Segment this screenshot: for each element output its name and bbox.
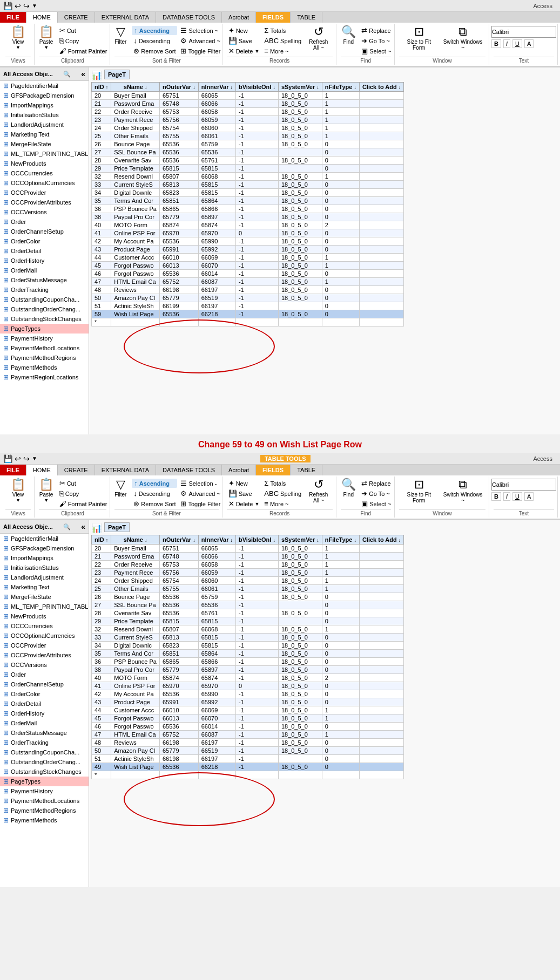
table-row[interactable]: 43Product Page6599165992-118_0_5_00 xyxy=(92,246,404,254)
sidebar-item[interactable]: ⊞OCCOptionalCurrencies xyxy=(0,631,89,641)
tab-fields[interactable]: FIELDS xyxy=(256,12,291,23)
col-bvisible-b[interactable]: bVisibleOnl ↓ xyxy=(236,535,279,545)
sidebar-item[interactable]: ⊞PageTypes xyxy=(0,777,89,786)
paste-button[interactable]: 📋 Paste ▼ xyxy=(37,25,56,51)
replace-button[interactable]: ⇄ Replace xyxy=(360,26,393,35)
col-nfiletype[interactable]: nFileType ↓ xyxy=(322,83,359,92)
sidebar-item[interactable]: ⊞OrderMail xyxy=(0,266,89,275)
sidebar-item[interactable]: ⊞ImportMappings xyxy=(0,100,89,110)
spelling-button-b[interactable]: ABCSpelling xyxy=(262,489,303,498)
table-row[interactable]: 28Overwrite Sav6553665761-118_0_5_00 xyxy=(92,609,404,617)
table-row[interactable]: 46Forgot Passwo6553666014-118_0_5_00 xyxy=(92,270,404,278)
table-row[interactable]: 38Paypal Pro Cor6577965897-118_0_5_00 xyxy=(92,213,404,221)
view-button[interactable]: 📋 View ▼ xyxy=(9,25,28,51)
sidebar-item[interactable]: ⊞OrderColor xyxy=(0,689,89,699)
ascending-button-b[interactable]: ↑Ascending xyxy=(132,479,177,488)
sidebar-item[interactable]: ⊞Order xyxy=(0,670,89,679)
remove-sort-button-b[interactable]: ⊗Remove Sort xyxy=(132,499,177,508)
sidebar-expand-icon-b[interactable]: « xyxy=(81,522,85,531)
sidebar-item[interactable]: ⊞LandlordAdjustment xyxy=(0,120,89,130)
sidebar-item[interactable]: ⊞PaymentMethodRegions xyxy=(0,353,89,363)
table-row[interactable]: 29Price Template6581565815-10 xyxy=(92,617,404,625)
new-button-b[interactable]: ✦New xyxy=(227,479,261,488)
table-row[interactable]: 25Other Emails6575566061-118_0_5_01 xyxy=(92,132,404,140)
table-row[interactable]: 33Current StyleS6581365815-118_0_5_00 xyxy=(92,634,404,642)
table-row[interactable]: 46Forgot Passwo6553666014-118_0_5_00 xyxy=(92,723,404,731)
table-row[interactable]: 27SSL Bounce Pa6553665536-10 xyxy=(92,601,404,609)
table-row[interactable]: 50Amazon Pay Cl6577966519-118_0_5_00 xyxy=(92,747,404,755)
view-button-b[interactable]: 📋 View ▼ xyxy=(9,478,28,504)
sidebar-item[interactable]: ⊞PaymentMethodLocations xyxy=(0,796,89,806)
col-click-to-add-b[interactable]: Click to Add ↓ xyxy=(359,535,403,545)
sidebar-item[interactable]: ⊞OrderColor xyxy=(0,236,89,246)
table-row[interactable]: 23Payment Rece6575666059-118_0_5_01 xyxy=(92,116,404,124)
save-rec-button[interactable]: 💾 Save xyxy=(227,36,261,45)
customize-icon[interactable]: ▼ xyxy=(32,3,37,9)
find-button[interactable]: 🔍 Find xyxy=(339,25,358,46)
underline-button[interactable]: U xyxy=(512,39,522,48)
bold-button-b[interactable]: B xyxy=(491,492,501,501)
sidebar-item[interactable]: ⊞OrderStatusMessage xyxy=(0,275,89,285)
sidebar-item[interactable]: ⊞LandlordAdjustment xyxy=(0,573,89,582)
table-row[interactable]: 26Bounce Page6553665759-118_0_5_00 xyxy=(92,593,404,601)
table-row[interactable]: 47HTML Email Ca6575266087-118_0_5_01 xyxy=(92,278,404,286)
col-ninnervar-b[interactable]: nInnerVar ↓ xyxy=(198,535,235,545)
table-row[interactable]: 34Digital Downlc6582365815-118_0_5_00 xyxy=(92,642,404,650)
table-row[interactable]: 40MOTO Form6587465874-118_0_5_02 xyxy=(92,221,404,229)
ascending-button[interactable]: ↑ Ascending xyxy=(132,26,177,35)
col-sname-b[interactable]: sName ↓ xyxy=(111,535,160,545)
tab-external-data-b[interactable]: EXTERNAL DATA xyxy=(95,465,156,475)
sidebar-item[interactable]: ⊞OCCCurrencies xyxy=(0,621,89,631)
table-row[interactable]: 49Wish List Page6553666218-118_0_5_00 xyxy=(92,763,404,771)
spelling-button[interactable]: ABC Spelling xyxy=(262,36,303,45)
table-row[interactable]: 24Order Shipped6575466060-118_0_5_01 xyxy=(92,577,404,585)
sidebar-item[interactable]: ⊞NewProducts xyxy=(0,611,89,621)
sidebar-item[interactable]: ⊞OrderStatusMessage xyxy=(0,728,89,738)
sidebar-item[interactable]: ⊞OrderHistory xyxy=(0,709,89,718)
sidebar-item[interactable]: ⊞OutstandingStockChanges xyxy=(0,314,89,324)
customize-icon-b[interactable]: ▼ xyxy=(32,455,37,461)
sidebar-item[interactable]: ⊞OrderMail xyxy=(0,718,89,728)
table-row[interactable]: 32Resend Downl6580766068-118_0_5_01 xyxy=(92,173,404,181)
sidebar-item[interactable]: ⊞OrderTracking xyxy=(0,738,89,747)
sidebar-item[interactable]: ⊞OutstandingStockChanges xyxy=(0,767,89,777)
refresh-all-button[interactable]: ↺ Refresh All ~ xyxy=(305,25,332,52)
italic-button-b[interactable]: I xyxy=(503,492,510,501)
font-selector-b[interactable] xyxy=(491,479,556,491)
sidebar-item[interactable]: ⊞OrderDetail xyxy=(0,246,89,256)
table-row[interactable]: 43Product Page6599165992-118_0_5_00 xyxy=(92,698,404,706)
sidebar-item[interactable]: ⊞InitialisationStatus xyxy=(0,110,89,120)
table-row[interactable]: 45Forgot Passwo6601366070-118_0_5_01 xyxy=(92,714,404,723)
undo-icon[interactable]: ↩ xyxy=(15,2,21,10)
sidebar-item[interactable]: ⊞NewProducts xyxy=(0,159,89,168)
delete-button-b[interactable]: ✕Delete▼ xyxy=(227,499,261,508)
cut-button[interactable]: ✂ Cut xyxy=(58,26,109,35)
advanced-button[interactable]: ⚙ Advanced ~ xyxy=(179,36,222,45)
sidebar-item[interactable]: ⊞PageTypes xyxy=(0,324,89,334)
col-noutvar-b[interactable]: nOuterVar ↓ xyxy=(159,535,198,545)
filter-button[interactable]: ▽ Filter xyxy=(111,25,130,46)
table-row[interactable]: 41Online PSP For6597065970018_0_5_00 xyxy=(92,229,404,237)
sidebar-expand-icon[interactable]: « xyxy=(81,70,85,78)
delete-button[interactable]: ✕ Delete ▼ xyxy=(227,46,261,56)
font-color-button-b[interactable]: A xyxy=(524,492,534,501)
table-row[interactable]: 23Payment Rece6575666059-118_0_5_01 xyxy=(92,569,404,577)
sidebar-item[interactable]: ⊞PageIdentifierMail xyxy=(0,534,89,543)
copy-button-b[interactable]: ⎘Copy xyxy=(58,489,109,498)
toggle-filter-button[interactable]: ⊞ Toggle Filter xyxy=(179,46,222,56)
switch-windows-button[interactable]: ⧉ Switch Windows ~ xyxy=(440,25,485,52)
advanced-button-b[interactable]: ⚙Advanced ~ xyxy=(179,489,222,498)
select-button-b[interactable]: ▣Select ~ xyxy=(360,499,393,508)
tab-table[interactable]: TABLE xyxy=(291,12,322,23)
table-row[interactable]: 42My Account Pa6553665990-118_0_5_00 xyxy=(92,690,404,698)
refresh-all-button-b[interactable]: ↺ Refresh All ~ xyxy=(305,478,332,505)
sidebar-item[interactable]: ⊞ImportMappings xyxy=(0,553,89,563)
toggle-filter-button-b[interactable]: ⊞Toggle Filter xyxy=(179,499,222,508)
sidebar-item[interactable]: ⊞ML_TEMP_PRINTING_TABLE xyxy=(0,602,89,611)
sidebar-search-icon[interactable]: 🔍 xyxy=(63,71,71,78)
font-color-button[interactable]: A xyxy=(524,39,534,48)
table-row[interactable]: 51Actinic StyleSh6619866197-10 xyxy=(92,755,404,763)
select-button[interactable]: ▣ Select ~ xyxy=(360,46,393,56)
sidebar-search-icon-b[interactable]: 🔍 xyxy=(63,523,71,530)
table-row[interactable]: 20Buyer Email6575166065-118_0_5_01 xyxy=(92,545,404,553)
